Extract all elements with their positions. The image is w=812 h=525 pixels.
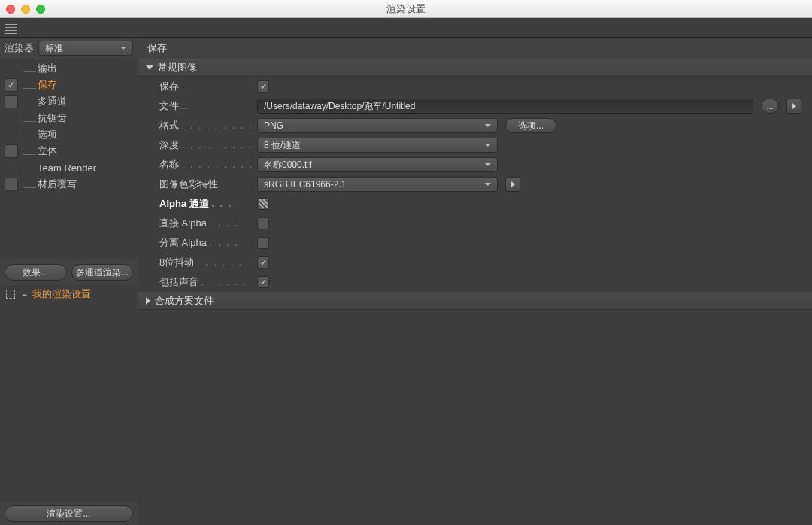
sidebar-item-label: 立体 xyxy=(38,144,57,158)
window-title: 渲染设置 xyxy=(386,2,426,16)
sidebar-item-stereo[interactable]: 立体 xyxy=(0,143,138,159)
content-header: 保存 xyxy=(138,38,812,59)
name-select[interactable]: 名称0000.tif xyxy=(257,157,498,172)
effects-button[interactable]: 效果... xyxy=(5,264,67,281)
row-file: 文件... /Users/dataway/Desktop/跑车/Untitled… xyxy=(138,96,812,116)
sidebar-item-save[interactable]: ✓ 保存 xyxy=(0,77,138,93)
content-panel: 保存 常规图像 保存 . 文件... /Users/dataway/De xyxy=(138,38,812,525)
row-sound: 包括声音 . . . . . . xyxy=(138,272,812,292)
dither-checkbox[interactable] xyxy=(257,256,269,269)
row-straight-alpha: 直接 Alpha . . . . xyxy=(138,214,812,233)
sidebar: 渲染器 标准 输出 ✓ 保存 多通道 抗锯齿 xyxy=(0,38,138,525)
row-straight-label: 直接 Alpha xyxy=(159,217,207,229)
sidebar-check-matoverride[interactable] xyxy=(5,178,18,191)
sidebar-check-multipass[interactable] xyxy=(5,95,18,108)
section-regular-title: 常规图像 xyxy=(158,61,197,74)
sidebar-item-label: 选项 xyxy=(38,128,57,141)
row-dither-label: 8位抖动 xyxy=(159,256,194,268)
row-depth: 深度 . . . . . . . . . 8 位/通道 xyxy=(138,135,812,155)
tree-branch-icon: └ xyxy=(20,289,26,300)
file-path-input[interactable]: /Users/dataway/Desktop/跑车/Untitled xyxy=(257,99,753,114)
renderer-select[interactable]: 标准 xyxy=(38,41,133,56)
row-separate-label: 分离 Alpha xyxy=(159,237,207,248)
sidebar-check-save[interactable]: ✓ xyxy=(5,78,18,92)
render-settings-button[interactable]: 渲染设置... xyxy=(5,505,133,522)
row-separate-alpha: 分离 Alpha . . . . xyxy=(138,233,812,253)
file-next-button[interactable] xyxy=(786,99,801,114)
section-regular-head[interactable]: 常规图像 xyxy=(138,59,812,77)
format-options-button[interactable]: 选项... xyxy=(505,118,556,133)
section-composite: 合成方案文件 xyxy=(138,292,812,310)
row-dither: 8位抖动 . . . . . . xyxy=(138,253,812,272)
row-format-label: 格式 xyxy=(159,120,179,131)
zoom-icon[interactable] xyxy=(36,5,45,14)
sidebar-item-label: 保存 xyxy=(38,78,57,92)
window-titlebar: 渲染设置 xyxy=(0,0,812,18)
renderer-row: 渲染器 标准 xyxy=(0,38,138,59)
grid-icon[interactable] xyxy=(5,22,17,34)
depth-select-value: 8 位/通道 xyxy=(264,139,301,152)
tool-strip xyxy=(0,18,812,38)
section-regular: 常规图像 保存 . 文件... /Users/dataway/Desktop/跑… xyxy=(138,59,812,292)
section-composite-title: 合成方案文件 xyxy=(155,294,214,308)
sidebar-item-label: 多通道 xyxy=(38,95,67,108)
section-composite-head[interactable]: 合成方案文件 xyxy=(138,292,812,310)
row-format: 格式 . . . . . . . . . PNG 选项... xyxy=(138,116,812,135)
separate-alpha-checkbox[interactable] xyxy=(257,237,269,249)
alpha-checkbox[interactable] xyxy=(257,198,269,210)
colorprofile-value: sRGB IEC61966-2.1 xyxy=(264,179,346,190)
renderer-select-value: 标准 xyxy=(45,42,63,55)
sidebar-check-stereo[interactable] xyxy=(5,144,18,158)
format-select-value: PNG xyxy=(264,120,283,131)
row-alpha: Alpha 通道 . . . xyxy=(138,194,812,214)
sidebar-item-matoverride[interactable]: 材质覆写 xyxy=(0,176,138,193)
sidebar-item-label: 抗锯齿 xyxy=(38,111,67,125)
my-render-settings-label: 我的渲染设置 xyxy=(32,287,91,301)
colorprofile-field[interactable]: sRGB IEC61966-2.1 xyxy=(257,177,498,192)
colorprofile-arrow-button[interactable] xyxy=(505,177,520,192)
sidebar-item-teamrender[interactable]: Team Render xyxy=(0,159,138,176)
multipass-render-button-label: 多通道渲染... xyxy=(76,266,129,279)
sidebar-item-label: 材质覆写 xyxy=(38,178,77,191)
straight-alpha-checkbox[interactable] xyxy=(257,217,269,229)
multipass-render-button[interactable]: 多通道渲染... xyxy=(71,264,134,281)
sidebar-item-options[interactable]: 选项 xyxy=(0,126,138,143)
row-alpha-label: Alpha 通道 xyxy=(159,198,209,209)
file-path-value: /Users/dataway/Desktop/跑车/Untitled xyxy=(264,100,415,113)
row-name-label: 名称 xyxy=(159,159,179,170)
render-settings-button-label: 渲染设置... xyxy=(47,508,90,520)
minimize-icon[interactable] xyxy=(21,5,30,14)
format-select[interactable]: PNG xyxy=(257,118,498,133)
chevron-down-icon xyxy=(146,65,153,70)
row-save-label: 保存 xyxy=(159,80,179,92)
row-file-label: 文件... xyxy=(159,100,187,111)
sidebar-item-label: Team Render xyxy=(38,162,96,174)
content-title: 保存 xyxy=(147,41,167,55)
sidebar-item-multipass[interactable]: 多通道 xyxy=(0,93,138,110)
renderer-label: 渲染器 xyxy=(5,41,34,55)
sidebar-item-label: 输出 xyxy=(38,62,57,75)
sidebar-list: 输出 ✓ 保存 多通道 抗锯齿 选项 立体 xyxy=(0,59,138,259)
depth-select[interactable]: 8 位/通道 xyxy=(257,138,498,153)
save-checkbox[interactable] xyxy=(257,80,269,93)
content-body: 常规图像 保存 . 文件... /Users/dataway/Desktop/跑… xyxy=(138,59,812,525)
chevron-right-icon xyxy=(146,297,150,305)
file-browse-button[interactable]: ... xyxy=(761,99,779,114)
sidebar-item-antialias[interactable]: 抗锯齿 xyxy=(0,110,138,126)
row-depth-label: 深度 xyxy=(159,139,179,150)
name-select-value: 名称0000.tif xyxy=(264,159,311,171)
footer-button-row: 渲染设置... xyxy=(0,502,138,525)
row-save: 保存 . xyxy=(138,77,812,96)
close-icon[interactable] xyxy=(6,5,15,14)
effects-button-label: 效果... xyxy=(23,266,48,279)
row-name: 名称 . . . . . . . . . 名称0000.tif xyxy=(138,155,812,174)
my-render-settings-row[interactable]: └ 我的渲染设置 xyxy=(0,285,138,303)
fullscreen-icon xyxy=(6,290,15,299)
main-area: 渲染器 标准 输出 ✓ 保存 多通道 抗锯齿 xyxy=(0,38,812,525)
sound-checkbox[interactable] xyxy=(257,276,269,288)
sidebar-item-output[interactable]: 输出 xyxy=(0,60,138,77)
row-colorprofile-label: 图像色彩特性 xyxy=(159,178,218,190)
traffic-lights xyxy=(6,5,45,14)
row-colorprofile: 图像色彩特性 sRGB IEC61966-2.1 xyxy=(138,174,812,194)
row-sound-label: 包括声音 xyxy=(159,276,198,287)
